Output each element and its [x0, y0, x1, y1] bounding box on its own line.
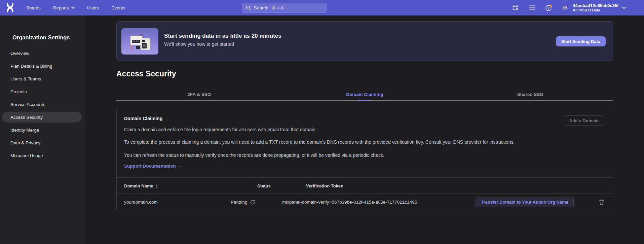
main-area: Start sending data in as little as 20 mi… — [85, 15, 644, 244]
page-title: Access Security — [116, 69, 613, 79]
sidebar-nav: Overview Plan Details & Billing Users & … — [0, 48, 85, 161]
chevron-down-icon — [622, 7, 626, 9]
search-shortcut: ⌘ + K — [271, 5, 284, 10]
top-nav-menu: Boards Reports Users Events — [26, 0, 125, 15]
column-verification-token: Verification Token — [306, 183, 343, 188]
org-id: 44eebad12c65eb0c35f — [573, 3, 619, 8]
search-icon — [246, 5, 251, 10]
transfer-domain-button[interactable]: Transfer Domain to Your Admin Org Name — [476, 197, 574, 207]
status-badge: Pending — [231, 194, 248, 211]
banner-title: Start sending data in as little as 20 mi… — [164, 32, 281, 40]
devices-illustration — [121, 28, 158, 55]
mixpanel-logo-icon[interactable] — [5, 3, 15, 13]
org-project-switcher[interactable]: 44eebad12c65eb0c35f All Project Data — [573, 2, 637, 13]
nav-item-events[interactable]: Events — [111, 5, 125, 10]
data-management-icon[interactable] — [512, 4, 519, 11]
search-label: Search — [254, 5, 268, 10]
apps-grid-icon[interactable] — [529, 4, 535, 11]
sidebar-item-identity-merge[interactable]: Identity Merge — [2, 125, 82, 135]
sidebar-item-plan-details-billing[interactable]: Plan Details & Billing — [2, 61, 82, 71]
domain-claiming-panel: Domain Claiming Add a Domain Claim a dom… — [116, 108, 613, 211]
search-input[interactable]: Search ⌘ + K — [242, 3, 327, 13]
banner-subtitle: We'll show you how to get started — [164, 41, 281, 47]
tab-2fa-sso[interactable]: 2FA & SSO — [116, 89, 282, 100]
refresh-status-icon[interactable] — [250, 194, 255, 211]
domains-table-header: Domain Name Status Verification Token — [117, 177, 613, 194]
settings-gear-icon[interactable]: ⚙ — [562, 4, 568, 11]
sidebar-item-service-accounts[interactable]: Service Accounts — [2, 99, 82, 110]
sidebar-item-users-teams[interactable]: Users & Teams — [2, 73, 82, 84]
tab-domain-claiming[interactable]: Domain Claiming — [282, 89, 447, 100]
sort-icon[interactable] — [155, 184, 158, 188]
nav-item-users[interactable]: Users — [87, 5, 99, 10]
domain-table-row: yourdomain.com Pending mixpanel-domain-v… — [117, 194, 613, 211]
sidebar-item-mixpanel-usage[interactable]: Mixpanel Usage — [2, 150, 82, 161]
chevron-down-icon — [71, 7, 75, 9]
top-navbar: Boards Reports Users Events Search ⌘ + K — [0, 0, 644, 15]
sidebar-item-data-privacy[interactable]: Data & Privacy — [2, 137, 82, 148]
domain-name-cell: yourdomain.com — [124, 194, 158, 211]
access-security-tabs: 2FA & SSO Domain Claiming Shared SSO — [116, 89, 613, 101]
settings-sidebar: Organization Settings Overview Plan Deta… — [0, 15, 85, 244]
support-documentation-link[interactable]: Support Documentation → — [124, 163, 182, 170]
sidebar-title: Organization Settings — [0, 15, 85, 41]
project-scope: All Project Data — [573, 8, 619, 12]
notification-badge — [550, 5, 552, 7]
panel-description-1: Claim a domain and enforce the login req… — [124, 126, 588, 133]
tab-shared-sso[interactable]: Shared SSO — [448, 89, 613, 100]
svg-text:?: ? — [547, 6, 550, 10]
column-domain-name: Domain Name — [124, 183, 153, 188]
sidebar-item-projects[interactable]: Projects — [2, 86, 82, 97]
panel-heading: Domain Claiming — [124, 115, 613, 122]
start-sending-data-button[interactable]: Start Sending Data — [556, 36, 606, 46]
help-icon[interactable]: ? — [545, 4, 552, 11]
panel-description-3: You can refresh the status to manually v… — [124, 152, 588, 159]
onboarding-banner: Start sending data in as little as 20 mi… — [116, 21, 613, 61]
sidebar-item-access-security[interactable]: Access Security — [2, 112, 82, 123]
delete-domain-icon[interactable] — [599, 199, 604, 205]
nav-item-boards[interactable]: Boards — [26, 5, 41, 10]
verification-token-cell: mixpanel-domain-verify=567b39be-012f-415… — [282, 194, 417, 211]
panel-description-2: To complete the process of claiming a do… — [124, 139, 588, 146]
add-domain-button[interactable]: Add a Domain — [564, 115, 604, 126]
nav-item-reports[interactable]: Reports — [53, 5, 75, 10]
column-status: Status — [257, 183, 271, 188]
sidebar-item-overview[interactable]: Overview — [2, 48, 82, 59]
